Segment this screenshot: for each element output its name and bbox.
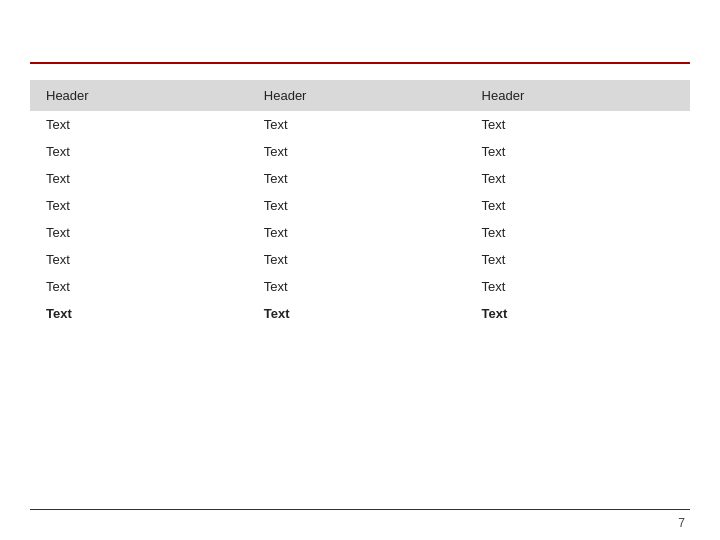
table-header-row: Header Header Header <box>30 80 690 111</box>
table-row: TextTextText <box>30 111 690 138</box>
column-header-2: Header <box>248 80 466 111</box>
table-row: TextTextText <box>30 246 690 273</box>
table-row: TextTextText <box>30 165 690 192</box>
cell-r5-c2: Text <box>466 246 690 273</box>
page-number: 7 <box>678 516 685 530</box>
cell-r6-c2: Text <box>466 273 690 300</box>
cell-r7-c0: Text <box>30 300 248 327</box>
cell-r7-c2: Text <box>466 300 690 327</box>
table-row: TextTextText <box>30 273 690 300</box>
table-row: TextTextText <box>30 192 690 219</box>
data-table: Header Header Header TextTextTextTextTex… <box>30 80 690 327</box>
column-header-1: Header <box>30 80 248 111</box>
cell-r6-c0: Text <box>30 273 248 300</box>
cell-r0-c1: Text <box>248 111 466 138</box>
cell-r3-c2: Text <box>466 192 690 219</box>
cell-r2-c0: Text <box>30 165 248 192</box>
bottom-divider <box>30 509 690 511</box>
main-content: Header Header Header TextTextTextTextTex… <box>30 80 690 490</box>
cell-r6-c1: Text <box>248 273 466 300</box>
cell-r3-c1: Text <box>248 192 466 219</box>
top-divider <box>30 62 690 64</box>
cell-r5-c1: Text <box>248 246 466 273</box>
cell-r0-c0: Text <box>30 111 248 138</box>
table-row: TextTextText <box>30 138 690 165</box>
cell-r1-c1: Text <box>248 138 466 165</box>
cell-r5-c0: Text <box>30 246 248 273</box>
cell-r1-c2: Text <box>466 138 690 165</box>
column-header-3: Header <box>466 80 690 111</box>
cell-r7-c1: Text <box>248 300 466 327</box>
cell-r4-c1: Text <box>248 219 466 246</box>
cell-r4-c2: Text <box>466 219 690 246</box>
table-row: TextTextText <box>30 219 690 246</box>
cell-r4-c0: Text <box>30 219 248 246</box>
cell-r2-c1: Text <box>248 165 466 192</box>
table-row: TextTextText <box>30 300 690 327</box>
cell-r0-c2: Text <box>466 111 690 138</box>
cell-r3-c0: Text <box>30 192 248 219</box>
cell-r2-c2: Text <box>466 165 690 192</box>
cell-r1-c0: Text <box>30 138 248 165</box>
